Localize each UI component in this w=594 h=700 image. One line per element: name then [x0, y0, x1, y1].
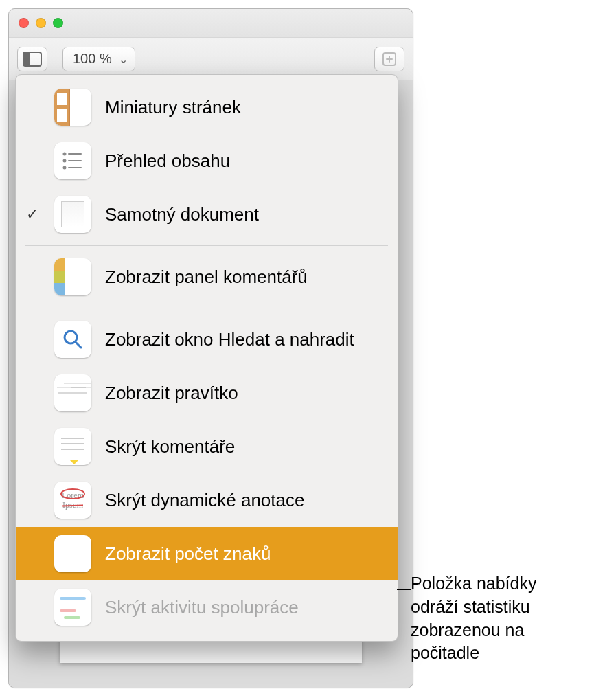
sidebar-icon [23, 52, 42, 67]
menu-item-label: Zobrazit okno Hledat a nahradit [105, 329, 382, 350]
thumbnails-icon [54, 89, 91, 126]
menu-separator [25, 245, 388, 246]
menu-item-label: Skrýt aktivitu spolupráce [105, 597, 382, 618]
svg-rect-1 [23, 52, 30, 66]
view-menu-button[interactable] [17, 47, 47, 71]
menu-item-show-ruler[interactable]: Zobrazit pravítko [16, 366, 398, 420]
plus-page-icon [381, 52, 398, 66]
menu-item-label: Zobrazit panel komentářů [105, 267, 382, 288]
insert-button[interactable] [374, 47, 404, 71]
svg-point-5 [64, 167, 66, 169]
char-count-icon: 42 [54, 535, 91, 572]
char-count-badge-value: 42 [65, 545, 81, 563]
menu-item-page-thumbnails[interactable]: Miniatury stránek [16, 80, 398, 134]
zoom-value: 100 % [73, 51, 112, 67]
menu-item-label: Samotný dokument [105, 204, 382, 225]
menu-separator [25, 308, 388, 308]
note-icon [54, 428, 91, 465]
close-window-button[interactable] [19, 18, 29, 28]
zoom-dropdown[interactable]: 100 % ⌄ [62, 47, 135, 71]
zoom-window-button[interactable] [53, 18, 63, 28]
menu-item-show-character-count[interactable]: 42 Zobrazit počet znaků [16, 527, 398, 580]
minimize-window-button[interactable] [36, 18, 46, 28]
menu-item-label: Skrýt dynamické anotace [105, 490, 382, 511]
collab-icon [54, 589, 91, 626]
view-menu: Miniatury stránek Přehled obsahu ✓ Samot… [15, 74, 398, 642]
annotations-icon: LoremIpsum [54, 482, 91, 519]
svg-point-3 [64, 153, 66, 155]
comments-panel-icon [54, 258, 91, 295]
document-only-icon [54, 196, 91, 233]
menu-item-label: Skrýt komentáře [105, 436, 382, 458]
menu-item-label: Zobrazit pravítko [105, 383, 382, 404]
svg-point-4 [64, 160, 66, 162]
search-icon [54, 321, 91, 358]
toc-icon [54, 142, 91, 179]
menu-item-label: Miniatury stránek [105, 97, 382, 118]
menu-item-hide-comments[interactable]: Skrýt komentáře [16, 420, 398, 473]
menu-item-hide-collaboration-activity: Skrýt aktivitu spolupráce [16, 580, 398, 634]
menu-item-hide-smart-annotations[interactable]: LoremIpsum Skrýt dynamické anotace [16, 473, 398, 527]
checkmark-icon: ✓ [24, 205, 41, 223]
menu-item-label: Přehled obsahu [105, 150, 382, 172]
ruler-icon [54, 374, 91, 411]
callout-leader-line [397, 589, 411, 590]
window-controls [19, 18, 63, 28]
callout-text: Položka nabídky odráží statistiku zobraz… [411, 572, 582, 665]
chevron-down-icon: ⌄ [119, 53, 128, 66]
menu-item-table-of-contents[interactable]: Přehled obsahu [16, 134, 398, 188]
menu-item-show-comments-panel[interactable]: Zobrazit panel komentářů [16, 250, 398, 304]
menu-item-label: Zobrazit počet znaků [105, 543, 382, 565]
menu-item-show-find-replace[interactable]: Zobrazit okno Hledat a nahradit [16, 313, 398, 366]
titlebar [9, 9, 413, 38]
menu-item-document-only[interactable]: ✓ Samotný dokument [16, 188, 398, 241]
